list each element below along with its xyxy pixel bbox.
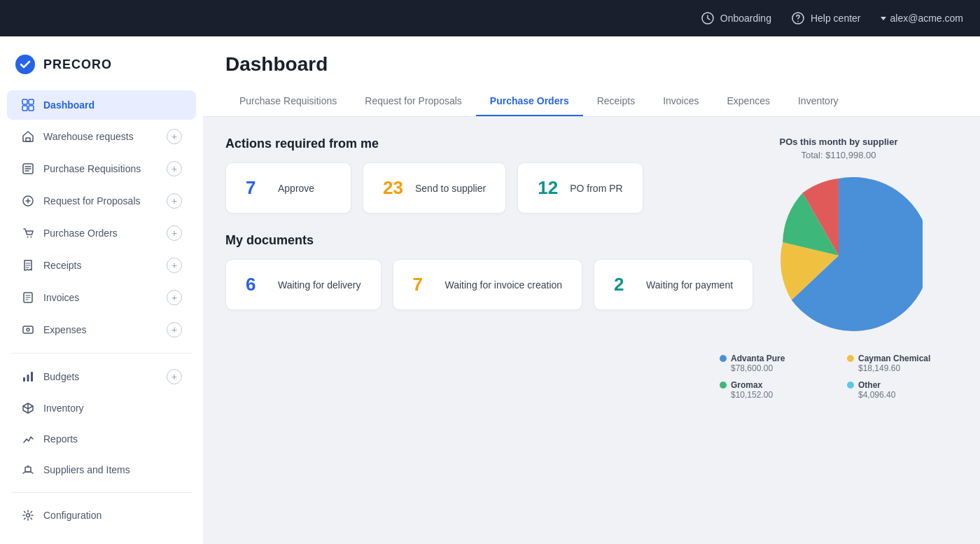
sidebar-item-suppliers[interactable]: Suppliers and Items xyxy=(7,455,196,484)
po-from-pr-card[interactable]: 12 PO from PR xyxy=(517,162,643,214)
onboarding-icon xyxy=(701,11,715,25)
receipts-add-button[interactable]: + xyxy=(167,258,182,273)
approve-count: 7 xyxy=(246,177,267,199)
svg-rect-7 xyxy=(29,106,34,111)
budgets-icon xyxy=(21,370,35,384)
svg-rect-18 xyxy=(31,372,33,382)
sidebar-label-invoices: Invoices xyxy=(43,292,79,303)
suppliers-icon xyxy=(21,463,35,477)
help-center-label: Help center xyxy=(811,13,861,24)
sidebar-label-warehouse: Warehouse requests xyxy=(43,131,134,142)
svg-rect-19 xyxy=(25,467,31,472)
tab-expences[interactable]: Expences xyxy=(713,87,784,116)
waiting-invoice-label: Waiting for invoice creation xyxy=(445,279,563,291)
expenses-add-button[interactable]: + xyxy=(167,322,182,337)
waiting-delivery-card[interactable]: 6 Waiting for delivery xyxy=(225,259,382,310)
tab-rfp[interactable]: Request for Proposals xyxy=(351,87,476,116)
waiting-invoice-count: 7 xyxy=(413,274,434,295)
svg-point-2 xyxy=(797,21,799,22)
pie-chart xyxy=(755,172,923,340)
help-center-nav-item[interactable]: Help center xyxy=(791,11,861,25)
rfp-icon xyxy=(21,194,35,208)
sidebar-label-configuration: Configuration xyxy=(43,510,102,521)
svg-point-12 xyxy=(31,237,32,238)
purchase-orders-add-button[interactable]: + xyxy=(167,225,182,241)
dashboard-icon xyxy=(21,98,35,112)
dashboard-content: Actions required from me 7 Approve 23 Se… xyxy=(203,117,980,544)
legend-value-other: $4,096.40 xyxy=(858,390,958,400)
waiting-delivery-label: Waiting for delivery xyxy=(278,279,361,291)
purchase-orders-icon xyxy=(21,226,35,240)
legend-value-cayman: $18,149.60 xyxy=(858,363,958,373)
actions-cards-row: 7 Approve 23 Send to supplier 12 PO from… xyxy=(225,162,697,214)
purchase-requisitions-add-button[interactable]: + xyxy=(167,161,182,176)
reports-icon xyxy=(21,432,35,446)
approve-card[interactable]: 7 Approve xyxy=(225,162,351,214)
documents-section-title: My documents xyxy=(225,233,697,248)
sidebar-item-configuration[interactable]: Configuration xyxy=(7,501,196,530)
sidebar-item-dashboard[interactable]: Dashboard xyxy=(7,90,196,120)
legend-value-advanta: $78,600.00 xyxy=(731,363,830,373)
sidebar-item-expenses[interactable]: Expenses + xyxy=(7,314,196,345)
svg-rect-8 xyxy=(26,138,30,141)
legend-dot-advanta xyxy=(720,355,727,362)
legend-dot-other xyxy=(847,382,854,389)
po-from-pr-count: 12 xyxy=(538,177,559,199)
sidebar-item-budgets[interactable]: Budgets + xyxy=(7,361,196,392)
page-title: Dashboard xyxy=(225,53,958,76)
help-icon xyxy=(791,11,805,25)
sidebar-label-purchase-orders: Purchase Orders xyxy=(43,228,118,239)
sidebar-label-rfp: Request for Proposals xyxy=(43,195,141,207)
invoices-add-button[interactable]: + xyxy=(167,290,182,305)
tab-purchase-orders[interactable]: Purchase Orders xyxy=(476,87,583,116)
svg-rect-17 xyxy=(27,375,29,382)
user-email: alex@acme.com xyxy=(890,13,963,24)
sidebar-label-suppliers: Suppliers and Items xyxy=(43,464,130,475)
sidebar-item-receipts[interactable]: Receipts + xyxy=(7,250,196,281)
sidebar-item-inventory[interactable]: Inventory xyxy=(7,393,196,423)
rfp-add-button[interactable]: + xyxy=(167,193,182,209)
logo-area: PRECORO xyxy=(0,48,203,90)
waiting-invoice-card[interactable]: 7 Waiting for invoice creation xyxy=(393,259,583,310)
tab-receipts[interactable]: Receipts xyxy=(583,87,649,116)
logo-text: PRECORO xyxy=(43,57,112,72)
legend-name-advanta: Advanta Pure xyxy=(731,354,785,363)
purchase-requisitions-icon xyxy=(21,162,35,176)
sidebar-item-rfp[interactable]: Request for Proposals + xyxy=(7,186,196,216)
send-supplier-card[interactable]: 23 Send to supplier xyxy=(363,162,506,214)
sidebar-label-purchase-requisitions: Purchase Requisitions xyxy=(43,163,141,174)
legend-cayman: Cayman Chemical $18,149.60 xyxy=(847,354,958,373)
legend-gromax: Gromax $10,152.00 xyxy=(720,380,830,400)
top-navigation: Onboarding Help center alex@acme.com xyxy=(0,0,980,36)
svg-rect-6 xyxy=(22,106,27,111)
sidebar-item-purchase-requisitions[interactable]: Purchase Requisitions + xyxy=(7,153,196,184)
chart-area: POs this month by supplier Total: $110,9… xyxy=(720,137,958,400)
sidebar-item-purchase-orders[interactable]: Purchase Orders + xyxy=(7,218,196,249)
approve-label: Approve xyxy=(278,183,314,194)
dashboard-header: Dashboard Purchase Requisitions Request … xyxy=(203,36,980,117)
legend-name-cayman: Cayman Chemical xyxy=(858,354,930,363)
svg-point-15 xyxy=(27,328,29,331)
sidebar-label-expenses: Expenses xyxy=(43,324,86,335)
chart-title: POs this month by supplier xyxy=(779,137,897,147)
sidebar: PRECORO Dashboard xyxy=(0,36,203,544)
onboarding-nav-item[interactable]: Onboarding xyxy=(701,11,771,25)
tab-invoices[interactable]: Invoices xyxy=(649,87,713,116)
tab-inventory[interactable]: Inventory xyxy=(784,87,853,116)
sidebar-item-warehouse[interactable]: Warehouse requests + xyxy=(7,121,196,152)
svg-point-20 xyxy=(27,514,30,517)
svg-rect-16 xyxy=(23,377,25,382)
sidebar-item-invoices[interactable]: Invoices + xyxy=(7,282,196,313)
budgets-add-button[interactable]: + xyxy=(167,369,182,384)
legend-name-other: Other xyxy=(858,380,881,390)
user-menu[interactable]: alex@acme.com xyxy=(881,13,963,24)
svg-rect-4 xyxy=(22,99,27,104)
receipts-icon xyxy=(21,258,35,272)
warehouse-add-button[interactable]: + xyxy=(167,129,182,144)
legend-dot-cayman xyxy=(847,355,854,362)
sidebar-item-reports[interactable]: Reports xyxy=(7,424,196,454)
tab-purchase-requisitions[interactable]: Purchase Requisitions xyxy=(225,87,351,116)
inventory-icon xyxy=(21,401,35,415)
legend-dot-gromax xyxy=(720,382,727,389)
legend-other: Other $4,096.40 xyxy=(847,380,958,400)
